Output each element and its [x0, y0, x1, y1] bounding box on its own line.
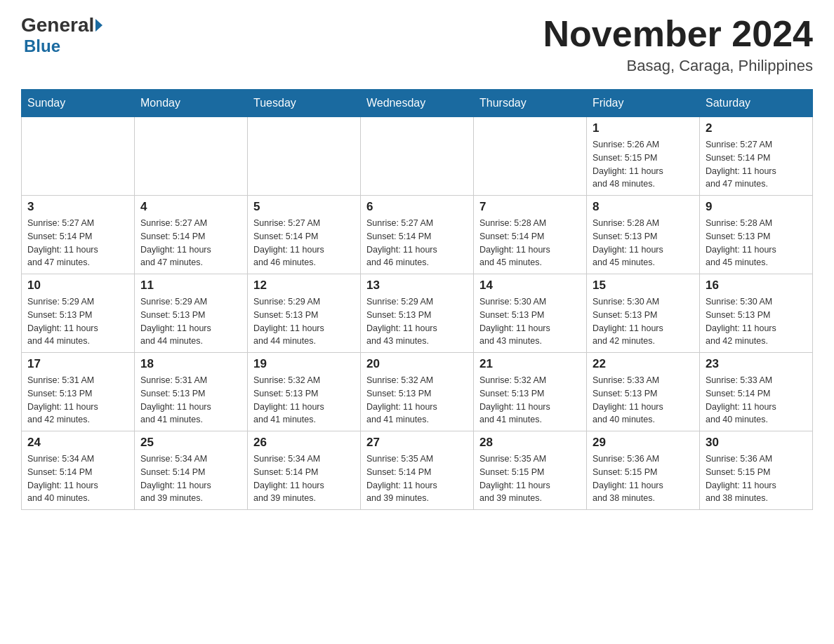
- day-number: 24: [27, 436, 128, 450]
- weekday-header-row: SundayMondayTuesdayWednesdayThursdayFrid…: [22, 90, 813, 117]
- month-title: November 2024: [543, 14, 813, 54]
- day-info: Sunrise: 5:32 AMSunset: 5:13 PMDaylight:…: [479, 374, 581, 427]
- day-info: Sunrise: 5:36 AMSunset: 5:15 PMDaylight:…: [706, 452, 807, 505]
- day-number: 4: [140, 200, 241, 214]
- calendar-cell: [135, 117, 248, 196]
- day-number: 16: [706, 279, 807, 293]
- calendar-cell: 17Sunrise: 5:31 AMSunset: 5:13 PMDayligh…: [22, 353, 135, 431]
- day-info: Sunrise: 5:29 AMSunset: 5:13 PMDaylight:…: [366, 295, 468, 348]
- day-info: Sunrise: 5:32 AMSunset: 5:13 PMDaylight:…: [253, 374, 355, 427]
- day-number: 30: [706, 436, 807, 450]
- calendar-cell: 7Sunrise: 5:28 AMSunset: 5:14 PMDaylight…: [474, 196, 587, 274]
- calendar-cell: [248, 117, 361, 196]
- day-info: Sunrise: 5:27 AMSunset: 5:14 PMDaylight:…: [706, 138, 807, 191]
- day-info: Sunrise: 5:26 AMSunset: 5:15 PMDaylight:…: [593, 138, 694, 191]
- week-row-4: 17Sunrise: 5:31 AMSunset: 5:13 PMDayligh…: [22, 353, 813, 431]
- calendar-cell: 28Sunrise: 5:35 AMSunset: 5:15 PMDayligh…: [474, 431, 587, 510]
- calendar-cell: 21Sunrise: 5:32 AMSunset: 5:13 PMDayligh…: [474, 353, 587, 431]
- day-info: Sunrise: 5:34 AMSunset: 5:14 PMDaylight:…: [27, 452, 128, 505]
- day-info: Sunrise: 5:33 AMSunset: 5:13 PMDaylight:…: [593, 374, 694, 427]
- calendar-table: SundayMondayTuesdayWednesdayThursdayFrid…: [21, 89, 813, 510]
- weekday-header-monday: Monday: [135, 90, 248, 117]
- day-info: Sunrise: 5:30 AMSunset: 5:13 PMDaylight:…: [593, 295, 694, 348]
- day-info: Sunrise: 5:32 AMSunset: 5:13 PMDaylight:…: [366, 374, 468, 427]
- calendar-cell: 18Sunrise: 5:31 AMSunset: 5:13 PMDayligh…: [135, 353, 248, 431]
- calendar-cell: 22Sunrise: 5:33 AMSunset: 5:13 PMDayligh…: [587, 353, 700, 431]
- day-number: 3: [27, 200, 128, 214]
- week-row-3: 10Sunrise: 5:29 AMSunset: 5:13 PMDayligh…: [22, 274, 813, 353]
- calendar-cell: 6Sunrise: 5:27 AMSunset: 5:14 PMDaylight…: [361, 196, 474, 274]
- day-info: Sunrise: 5:27 AMSunset: 5:14 PMDaylight:…: [27, 217, 128, 269]
- weekday-header-friday: Friday: [587, 90, 700, 117]
- day-info: Sunrise: 5:30 AMSunset: 5:13 PMDaylight:…: [706, 295, 807, 348]
- calendar-cell: 10Sunrise: 5:29 AMSunset: 5:13 PMDayligh…: [22, 274, 135, 353]
- day-info: Sunrise: 5:31 AMSunset: 5:13 PMDaylight:…: [140, 374, 241, 427]
- day-info: Sunrise: 5:36 AMSunset: 5:15 PMDaylight:…: [593, 452, 694, 505]
- day-number: 5: [253, 200, 355, 214]
- weekday-header-saturday: Saturday: [700, 90, 813, 117]
- calendar-cell: 13Sunrise: 5:29 AMSunset: 5:13 PMDayligh…: [361, 274, 474, 353]
- calendar-cell: 19Sunrise: 5:32 AMSunset: 5:13 PMDayligh…: [248, 353, 361, 431]
- calendar-cell: 12Sunrise: 5:29 AMSunset: 5:13 PMDayligh…: [248, 274, 361, 353]
- day-info: Sunrise: 5:29 AMSunset: 5:13 PMDaylight:…: [140, 295, 241, 348]
- day-info: Sunrise: 5:28 AMSunset: 5:13 PMDaylight:…: [593, 217, 694, 269]
- calendar-cell: 2Sunrise: 5:27 AMSunset: 5:14 PMDaylight…: [700, 117, 813, 196]
- day-number: 21: [479, 357, 581, 371]
- day-info: Sunrise: 5:27 AMSunset: 5:14 PMDaylight:…: [253, 217, 355, 269]
- day-number: 22: [593, 357, 694, 371]
- weekday-header-tuesday: Tuesday: [248, 90, 361, 117]
- calendar-cell: 3Sunrise: 5:27 AMSunset: 5:14 PMDaylight…: [22, 196, 135, 274]
- calendar-cell: 4Sunrise: 5:27 AMSunset: 5:14 PMDaylight…: [135, 196, 248, 274]
- day-number: 13: [366, 279, 468, 293]
- day-info: Sunrise: 5:27 AMSunset: 5:14 PMDaylight:…: [140, 217, 241, 269]
- day-number: 20: [366, 357, 468, 371]
- page-header: General Blue November 2024 Basag, Caraga…: [21, 14, 813, 75]
- day-number: 15: [593, 279, 694, 293]
- calendar-cell: 1Sunrise: 5:26 AMSunset: 5:15 PMDaylight…: [587, 117, 700, 196]
- logo-arrow-icon: [95, 19, 102, 32]
- calendar-cell: 8Sunrise: 5:28 AMSunset: 5:13 PMDaylight…: [587, 196, 700, 274]
- logo-general-text: General: [21, 14, 94, 36]
- day-info: Sunrise: 5:29 AMSunset: 5:13 PMDaylight:…: [253, 295, 355, 348]
- calendar-cell: 23Sunrise: 5:33 AMSunset: 5:14 PMDayligh…: [700, 353, 813, 431]
- day-number: 29: [593, 436, 694, 450]
- calendar-cell: [361, 117, 474, 196]
- calendar-cell: [22, 117, 135, 196]
- day-number: 18: [140, 357, 241, 371]
- calendar-cell: 5Sunrise: 5:27 AMSunset: 5:14 PMDaylight…: [248, 196, 361, 274]
- day-number: 26: [253, 436, 355, 450]
- calendar-cell: 15Sunrise: 5:30 AMSunset: 5:13 PMDayligh…: [587, 274, 700, 353]
- day-number: 17: [27, 357, 128, 371]
- day-number: 7: [479, 200, 581, 214]
- day-info: Sunrise: 5:30 AMSunset: 5:13 PMDaylight:…: [479, 295, 581, 348]
- calendar-cell: 30Sunrise: 5:36 AMSunset: 5:15 PMDayligh…: [700, 431, 813, 510]
- calendar-cell: 14Sunrise: 5:30 AMSunset: 5:13 PMDayligh…: [474, 274, 587, 353]
- day-number: 14: [479, 279, 581, 293]
- calendar-cell: 27Sunrise: 5:35 AMSunset: 5:14 PMDayligh…: [361, 431, 474, 510]
- day-number: 8: [593, 200, 694, 214]
- day-number: 23: [706, 357, 807, 371]
- day-info: Sunrise: 5:33 AMSunset: 5:14 PMDaylight:…: [706, 374, 807, 427]
- day-info: Sunrise: 5:31 AMSunset: 5:13 PMDaylight:…: [27, 374, 128, 427]
- day-number: 27: [366, 436, 468, 450]
- location-title: Basag, Caraga, Philippines: [543, 57, 813, 75]
- day-number: 10: [27, 279, 128, 293]
- calendar-cell: 11Sunrise: 5:29 AMSunset: 5:13 PMDayligh…: [135, 274, 248, 353]
- day-number: 9: [706, 200, 807, 214]
- day-number: 25: [140, 436, 241, 450]
- day-number: 12: [253, 279, 355, 293]
- logo: General Blue: [21, 14, 102, 56]
- calendar-cell: 9Sunrise: 5:28 AMSunset: 5:13 PMDaylight…: [700, 196, 813, 274]
- title-area: November 2024 Basag, Caraga, Philippines: [543, 14, 813, 75]
- day-number: 6: [366, 200, 468, 214]
- week-row-2: 3Sunrise: 5:27 AMSunset: 5:14 PMDaylight…: [22, 196, 813, 274]
- week-row-5: 24Sunrise: 5:34 AMSunset: 5:14 PMDayligh…: [22, 431, 813, 510]
- day-number: 28: [479, 436, 581, 450]
- calendar-cell: 20Sunrise: 5:32 AMSunset: 5:13 PMDayligh…: [361, 353, 474, 431]
- calendar-cell: 29Sunrise: 5:36 AMSunset: 5:15 PMDayligh…: [587, 431, 700, 510]
- calendar-cell: 16Sunrise: 5:30 AMSunset: 5:13 PMDayligh…: [700, 274, 813, 353]
- week-row-1: 1Sunrise: 5:26 AMSunset: 5:15 PMDaylight…: [22, 117, 813, 196]
- day-info: Sunrise: 5:28 AMSunset: 5:13 PMDaylight:…: [706, 217, 807, 269]
- calendar-cell: 24Sunrise: 5:34 AMSunset: 5:14 PMDayligh…: [22, 431, 135, 510]
- day-info: Sunrise: 5:28 AMSunset: 5:14 PMDaylight:…: [479, 217, 581, 269]
